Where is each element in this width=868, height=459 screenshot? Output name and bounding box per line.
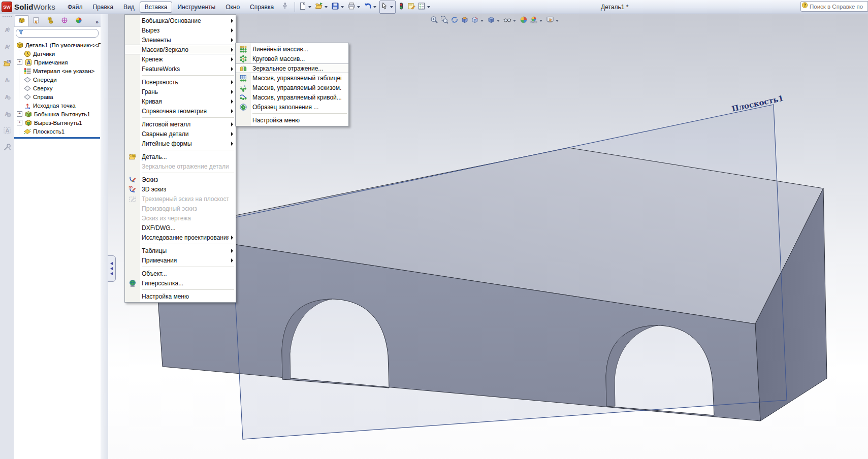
tree-filter[interactable] [16, 29, 99, 38]
menubar-item-Вставка[interactable]: Вставка [140, 2, 173, 13]
insert-menu-item-28[interactable]: Примечания [125, 255, 236, 265]
panel-splitter[interactable] [101, 14, 109, 459]
featuremanager-tab[interactable] [15, 15, 29, 26]
tabs-overflow-button[interactable]: » [95, 19, 99, 26]
rollback-bar[interactable] [14, 137, 100, 139]
menubar-item-Вид[interactable]: Вид [118, 2, 140, 13]
insert-menu-item-7[interactable]: Поверхность [125, 77, 236, 87]
tree-item-0[interactable]: Деталь1 (По умолчанию<<По у [14, 41, 101, 49]
insert-menu-item-12[interactable]: Листовой металл [125, 119, 236, 129]
annotation-save-button[interactable]: A [2, 108, 13, 119]
menubar-item-Инструменты[interactable]: Инструменты [172, 2, 220, 13]
annotation-frame-button[interactable]: A [2, 125, 13, 136]
insert-menu-item-31[interactable]: Гиперссылка... [125, 278, 236, 288]
insert-menu-item-20[interactable]: 3D3D эскиз [125, 184, 236, 194]
pattern-submenu-item-5[interactable]: Массив, управляемый кривой... [236, 92, 348, 102]
dropdown-caret-icon[interactable] [480, 20, 484, 22]
dropdown-caret-icon[interactable] [513, 20, 516, 22]
insert-menu-item-2[interactable]: Элементы [125, 35, 236, 45]
insert-menu-item-13[interactable]: Сварные детали [125, 129, 236, 139]
dropdown-caret-icon[interactable] [357, 6, 360, 8]
print-button[interactable] [347, 1, 362, 13]
dropdown-caret-icon[interactable] [427, 6, 430, 8]
tree-item-5[interactable]: Сверху [14, 84, 101, 92]
insert-menu-item-19[interactable]: Эскиз [125, 175, 236, 184]
expand-icon[interactable]: + [17, 111, 22, 117]
insert-menu-item-24[interactable]: DXF/DWG... [125, 223, 236, 233]
view-settings-button[interactable] [546, 16, 560, 26]
pin-icon[interactable] [281, 2, 289, 12]
tree-item-8[interactable]: +Бобышка-Вытянуть1 [14, 110, 101, 118]
new-document-button[interactable] [298, 1, 313, 13]
tree-item-10[interactable]: Плоскость1 [14, 127, 101, 136]
save-button[interactable] [331, 1, 346, 13]
insert-menu-item-9[interactable]: Кривая [125, 96, 236, 106]
annotation-edit-button[interactable]: A [2, 41, 13, 52]
section-view-button[interactable] [461, 16, 469, 26]
insert-menu-item-0[interactable]: Бобышка/Основание [125, 16, 236, 25]
design-binder-folder-button[interactable]: A [2, 58, 13, 69]
tree-item-1[interactable]: Датчики [14, 49, 101, 58]
menubar-item-Окно[interactable]: Окно [220, 2, 245, 13]
pattern-submenu-item-3[interactable]: Массив, управляемый таблицей... [236, 73, 348, 83]
insert-menu-item-1[interactable]: Вырез [125, 25, 236, 35]
file-properties-button[interactable] [407, 1, 416, 13]
configurationmanager-tab[interactable] [43, 15, 57, 26]
insert-menu-item-3[interactable]: Массив/Зеркало [125, 45, 236, 54]
tree-item-3[interactable]: Материал <не указан> [14, 67, 101, 75]
dropdown-caret-icon[interactable] [325, 6, 328, 8]
dropdown-caret-icon[interactable] [373, 6, 376, 8]
zoom-area-button[interactable] [440, 16, 448, 26]
pattern-submenu-item-8[interactable]: Настройка меню [236, 115, 348, 125]
insert-menu-item-25[interactable]: Исследование проектирования [125, 233, 236, 242]
pattern-submenu-item-0[interactable]: Линейный массив... [236, 44, 348, 54]
pattern-submenu-item-6[interactable]: Образец заполнения ... [236, 102, 348, 112]
annotation-ball-button[interactable]: A [2, 91, 13, 103]
select-button[interactable] [379, 1, 396, 14]
help-search-input[interactable] [809, 3, 865, 10]
rotate-view-button[interactable] [451, 16, 459, 26]
annotation-tools-button[interactable] [2, 142, 13, 153]
insert-menu-item-5[interactable]: FeatureWorks [125, 64, 236, 74]
annotation-star-button[interactable]: A [2, 24, 13, 36]
panel-collapse-tab[interactable] [108, 255, 116, 282]
tree-item-6[interactable]: Справа [14, 92, 101, 101]
display-style-button[interactable] [487, 16, 501, 26]
dropdown-caret-icon[interactable] [556, 20, 559, 22]
insert-menu-item-14[interactable]: Литейные формы [125, 139, 236, 148]
tree-item-2[interactable]: +AПримечания [14, 58, 101, 67]
insert-menu-item-8[interactable]: Грань [125, 87, 236, 96]
annotation-add-button[interactable]: A [2, 75, 13, 86]
insert-menu-item-10[interactable]: Справочная геометрия [125, 106, 236, 116]
insert-menu-item-33[interactable]: Настройка меню [125, 291, 236, 301]
dropdown-caret-icon[interactable] [308, 6, 311, 8]
menubar-item-Справка[interactable]: Справка [245, 2, 279, 13]
propertymanager-tab[interactable] [29, 15, 43, 26]
insert-menu-item-16[interactable]: Деталь... [125, 152, 236, 161]
pattern-submenu-item-2[interactable]: Зеркальное отражение... [236, 63, 348, 73]
dropdown-caret-icon[interactable] [497, 20, 500, 22]
insert-menu-item-4[interactable]: Крепеж [125, 54, 236, 64]
tree-item-7[interactable]: Исходная точка [14, 101, 101, 110]
view-orientation-button[interactable] [471, 16, 485, 26]
toolbar-drag-handle[interactable] [3, 16, 12, 19]
rebuild-button[interactable] [397, 1, 406, 13]
open-button[interactable] [314, 1, 330, 13]
dropdown-caret-icon[interactable] [390, 6, 393, 8]
tree-item-9[interactable]: +Вырез-Вытянуть1 [14, 118, 101, 127]
hide-show-items-button[interactable] [503, 16, 518, 26]
apply-scene-button[interactable] [530, 16, 544, 26]
expand-icon[interactable]: + [17, 59, 22, 65]
help-search[interactable]: ? [800, 1, 868, 12]
dropdown-caret-icon[interactable] [341, 6, 344, 8]
zoom-fit-button[interactable] [430, 16, 438, 26]
undo-button[interactable] [363, 1, 378, 13]
menubar-item-Файл[interactable]: Файл [62, 2, 88, 13]
displaymanager-tab[interactable] [72, 15, 86, 26]
dropdown-caret-icon[interactable] [539, 20, 542, 22]
insert-menu-item-27[interactable]: Таблицы [125, 246, 236, 255]
pattern-submenu-item-4[interactable]: Массив, управляемый эскизом... [236, 83, 348, 92]
options-button[interactable] [417, 1, 432, 13]
menubar-item-Правка[interactable]: Правка [88, 2, 119, 13]
pattern-submenu-item-1[interactable]: Круговой массив... [236, 54, 348, 63]
